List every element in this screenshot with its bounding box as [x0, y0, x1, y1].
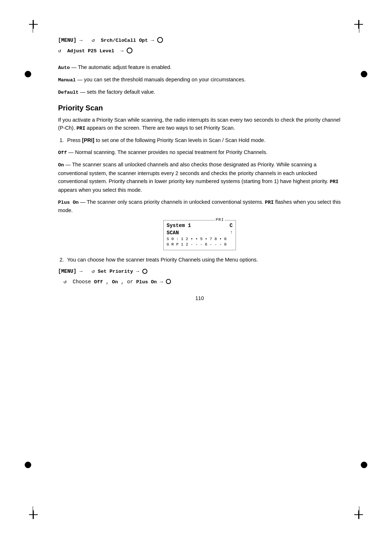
- menu-line-2: ↺ Adjust P25 Level →: [58, 47, 341, 55]
- lcd-pri-indicator: PRI: [215, 217, 225, 223]
- lcd-row-3: S 0 : 1 2 • • 5 • 7 8 • 0: [167, 236, 233, 242]
- circle-mark-br: [361, 462, 367, 468]
- arrow-3: →: [117, 48, 126, 54]
- steps-list: Press [PRI] to set one of the following …: [58, 136, 341, 144]
- priority-scan-intro: If you activate a Priority Scan while sc…: [58, 116, 341, 133]
- circle-mark-tr: [361, 71, 367, 77]
- adjust-p25: Adjust P25 Level: [67, 48, 114, 54]
- or-label: , or: [121, 279, 136, 285]
- rotate-symbol-4: ↺: [64, 279, 70, 285]
- menu-line-1: [MENU] → ↺ Srch/CloCall Opt →: [58, 36, 341, 45]
- on-desc: — The scanner scans all unlocked channel…: [58, 162, 330, 184]
- arrow-6: →: [160, 279, 166, 285]
- off-label: Off: [58, 150, 67, 155]
- off-desc: — Normal scanning. The scanner provides …: [67, 149, 268, 155]
- steps-list-2: You can choose how the scanner treats Pr…: [58, 256, 341, 264]
- page: [MENU] → ↺ Srch/CloCall Opt → ↺ Adjust P…: [0, 0, 392, 539]
- registration-mark-br: [354, 510, 363, 519]
- knob-icon-3: [142, 269, 147, 274]
- menu-line-3: [MENU] → ↺ Set Priority →: [58, 267, 341, 276]
- registration-mark-tl: [29, 20, 38, 29]
- off-paragraph: Off — Normal scanning. The scanner provi…: [58, 148, 341, 157]
- manual-desc: — you can set the threshold manuals depe…: [76, 77, 246, 82]
- manual-label: Manual: [58, 77, 76, 83]
- choose-label: Choose: [73, 279, 94, 285]
- menu-bracket-1: [MENU]: [58, 37, 76, 43]
- default-label: Default: [58, 90, 79, 95]
- on-paragraph: On — The scanner scans all unlocked chan…: [58, 161, 341, 194]
- auto-desc: — The automatic adjust feature is enable…: [70, 64, 171, 70]
- arrow-1: →: [79, 37, 89, 43]
- knob-icon-4: [166, 279, 171, 284]
- lcd-row-1: System 1 C: [167, 222, 233, 230]
- lcd-s-row: S 0 : 1 2 • • 5 • 7 8 • 0: [167, 236, 226, 242]
- page-content: [MENU] → ↺ Srch/CloCall Opt → ↺ Adjust P…: [58, 36, 341, 301]
- arrow-4: →: [79, 268, 89, 274]
- rotate-symbol-2: ↺: [58, 48, 64, 54]
- side-line-right-top: [359, 20, 359, 33]
- plus-on-desc: — The scanner only scans priority channe…: [79, 199, 265, 205]
- lcd-system: System 1: [167, 222, 191, 230]
- circle-mark-tl: [25, 71, 31, 77]
- on-choice: On: [112, 279, 118, 285]
- default-paragraph: Default — sets the factory default value…: [58, 88, 341, 97]
- plus-on-pri-label: PRI: [265, 200, 274, 205]
- lcd-grp-row: G R P 1 2 - - - 6 - - - 0: [167, 242, 226, 247]
- on-label: On: [58, 162, 64, 168]
- menu-line-4: ↺ Choose Off , On , or Plus On →: [58, 278, 341, 286]
- lcd-c-indicator: C: [230, 222, 233, 230]
- on-pri-label: PRI: [330, 179, 338, 185]
- plus-on-choice: Plus On: [136, 279, 157, 285]
- plus-on-label: Plus On: [58, 200, 79, 205]
- default-desc: — sets the factory default value.: [79, 89, 155, 95]
- knob-icon-1: [157, 37, 163, 43]
- auto-label: Auto: [58, 65, 70, 70]
- lcd-arrow-up: ↑: [230, 230, 233, 237]
- lcd-scan-label: SCAN: [167, 230, 179, 237]
- side-line-right-bottom: [359, 506, 359, 519]
- registration-mark-bl: [29, 510, 38, 519]
- section-title-priority-scan: Priority Scan: [58, 104, 341, 112]
- step-1: Press [PRI] to set one of the following …: [65, 136, 341, 144]
- rotate-symbol-3: ↺: [91, 268, 94, 274]
- pri-button-label: [PRI]: [82, 137, 94, 143]
- side-line-left-top: [33, 20, 33, 33]
- side-line-left-bottom: [33, 506, 33, 519]
- lcd-display: PRI System 1 C SCAN ↑ S 0 : 1 2 • • 5 • …: [163, 220, 236, 250]
- lcd-row-4: G R P 1 2 - - - 6 - - - 0: [167, 242, 233, 247]
- step-2: You can choose how the scanner treats Pr…: [65, 256, 341, 264]
- arrow-2: →: [151, 37, 157, 43]
- auto-paragraph: Auto — The automatic adjust feature is e…: [58, 63, 341, 72]
- menu-bracket-2: [MENU]: [58, 268, 76, 274]
- rotate-symbol-1: ↺: [91, 37, 98, 43]
- circle-mark-bl: [25, 462, 31, 468]
- on-desc2: appears when you select this mode.: [58, 187, 142, 193]
- comma-1: ,: [106, 279, 112, 285]
- srch-clocall-opt: Srch/CloCall Opt: [101, 38, 148, 43]
- set-priority-label: Set Priority: [98, 269, 133, 274]
- arrow-5: →: [136, 268, 142, 274]
- knob-icon-2: [127, 48, 132, 53]
- pri-label-intro: PRI: [77, 126, 85, 131]
- manual-paragraph: Manual — you can set the threshold manua…: [58, 76, 341, 84]
- off-choice: Off: [94, 279, 103, 285]
- page-number: 110: [58, 295, 341, 301]
- plus-on-paragraph: Plus On — The scanner only scans priorit…: [58, 198, 341, 215]
- lcd-row-2: SCAN ↑: [167, 230, 233, 237]
- registration-mark-tr: [354, 20, 363, 29]
